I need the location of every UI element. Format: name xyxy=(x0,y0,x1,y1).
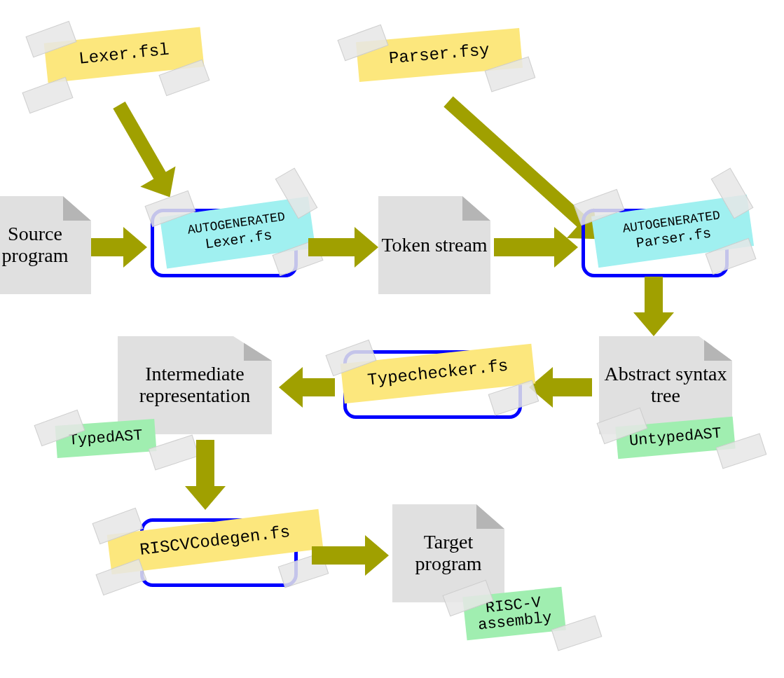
note-lexer-fsl-text: Lexer.fsl xyxy=(78,40,170,68)
arrow-ir-to-codegen xyxy=(196,440,214,489)
arrow-parser-to-ast xyxy=(645,277,663,315)
arrow-source-to-lexer xyxy=(91,238,126,256)
arrow-codegen-to-target xyxy=(312,546,368,565)
doc-ir-text: Intermediate representation xyxy=(118,361,272,410)
doc-token-stream: Token stream xyxy=(378,196,490,294)
note-codegen-text: RISCVCodegen.fs xyxy=(139,523,291,560)
doc-target-text: Target program xyxy=(392,529,504,578)
arrow-tokens-to-parser xyxy=(494,238,557,256)
doc-ast-text: Abstract syntax tree xyxy=(599,361,732,410)
note-typechecker-text: Typechecker.fs xyxy=(366,357,509,390)
arrow-lexer-src-to-lexer xyxy=(113,102,167,181)
doc-source-program: Source program xyxy=(0,196,91,294)
doc-token-stream-text: Token stream xyxy=(378,232,490,259)
doc-source-program-text: Source program xyxy=(0,221,91,270)
arrow-typechecker-to-ir xyxy=(300,378,335,396)
tape xyxy=(149,435,200,471)
diagram-canvas: Lexer.fsl Parser.fsy Source program AUTO… xyxy=(0,0,784,678)
arrow-lexer-to-tokens xyxy=(308,238,357,256)
note-parser-fsy-text: Parser.fsy xyxy=(388,41,490,68)
arrow-ast-to-typechecker xyxy=(550,378,592,396)
